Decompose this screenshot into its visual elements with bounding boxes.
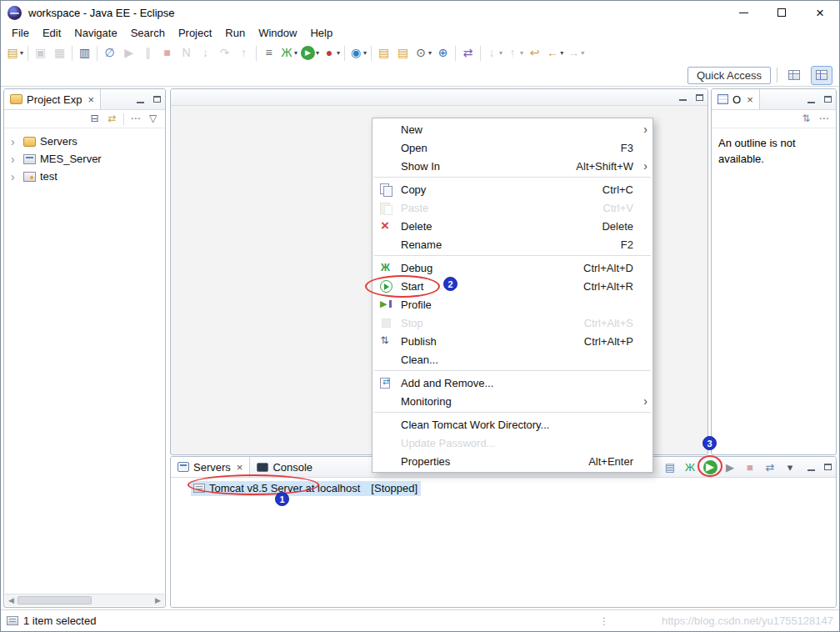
open-folder[interactable]: ▤ ▾: [374, 43, 393, 63]
debug[interactable]: Ж ▾: [278, 43, 299, 63]
stop-server-icon: ■: [744, 461, 756, 474]
menu-item-copy[interactable]: Copy Ctrl+C ›: [372, 180, 652, 198]
menu-item-add-remove[interactable]: Add and Remove... ›: [372, 374, 652, 392]
open-perspective-button[interactable]: [783, 66, 805, 85]
separator: ▾: [123, 113, 124, 125]
web-browser[interactable]: ⊕ ▾: [433, 43, 452, 63]
run[interactable]: ▶ ▾: [299, 43, 321, 63]
tree-item-mes-server[interactable]: › MES_Server: [4, 150, 165, 168]
menu-item-properties[interactable]: Properties Alt+Enter ›: [372, 452, 652, 470]
scrollbar-thumb[interactable]: [18, 596, 92, 604]
help[interactable]: Help: [303, 26, 339, 40]
server-row-tomcat[interactable]: Tomcat v8.5 Server at localhost [Stopped…: [191, 481, 421, 496]
close-window-button[interactable]: ×: [801, 1, 839, 24]
menu-item-rename[interactable]: Rename F2 ›: [372, 235, 652, 253]
file[interactable]: File: [5, 26, 36, 40]
tree-item-test[interactable]: › test: [4, 168, 165, 185]
javaee-perspective-button[interactable]: [811, 66, 832, 85]
open-console[interactable]: ▥ ▾: [75, 43, 94, 63]
breakpoints-view-icon: ≡: [262, 46, 276, 60]
start-server[interactable]: ▶ ▾: [701, 459, 719, 475]
link-with-editor[interactable]: ⇄ ▾: [104, 111, 120, 127]
collapse-all[interactable]: ⊟ ▾: [87, 111, 102, 127]
explorer-view-menu[interactable]: ▽ ▾: [145, 111, 161, 127]
maximize-window-button[interactable]: [762, 1, 801, 24]
publish-server[interactable]: ⇄ ▾: [761, 459, 779, 475]
expand-arrow-icon[interactable]: ›: [11, 136, 19, 148]
scroll-left-icon[interactable]: ◀: [5, 594, 18, 607]
dropdown-arrow-icon: ▾: [294, 49, 298, 57]
back[interactable]: ← ▾: [544, 43, 565, 63]
tab-outline[interactable]: O ×: [712, 89, 760, 109]
maximize-view-button[interactable]: [819, 457, 836, 477]
run[interactable]: Run: [218, 26, 252, 40]
scrollbar-track[interactable]: [18, 594, 152, 606]
outline-view-menu-icon: ⋯: [818, 113, 830, 125]
edit[interactable]: Edit: [36, 26, 68, 40]
delete-icon: [379, 219, 392, 233]
project-test-icon: [23, 172, 36, 182]
quick-access[interactable]: Quick Access: [688, 67, 771, 84]
save-icon: ▣: [34, 46, 48, 60]
minimize-view-button[interactable]: [674, 93, 691, 101]
servers-view-menu[interactable]: ▾ ▾: [781, 459, 799, 475]
step-over-icon: ↷: [218, 46, 232, 60]
window[interactable]: Window: [252, 26, 303, 40]
coverage[interactable]: ◉ ▾: [348, 43, 368, 63]
navigate[interactable]: Navigate: [68, 26, 123, 40]
tab-console[interactable]: Console: [250, 457, 319, 477]
menu-item-show-in[interactable]: Show In Alt+Shift+W ›: [372, 157, 652, 175]
close-icon: ×: [816, 6, 824, 20]
web-browser-icon: ⊕: [437, 46, 450, 60]
outline-view-menu[interactable]: ⋯ ▾: [816, 111, 832, 127]
tab-servers[interactable]: Servers ×: [171, 457, 250, 477]
new-wizard[interactable]: ▤ ▾: [4, 43, 25, 63]
maximize-view-button[interactable]: [691, 94, 708, 101]
profile-server[interactable]: ▶ ▾: [721, 459, 739, 475]
minimize-window-button[interactable]: [724, 1, 762, 24]
menu-item-monitoring[interactable]: Monitoring ›: [372, 392, 652, 410]
search[interactable]: Search: [124, 26, 172, 40]
close-tab-icon[interactable]: ×: [747, 93, 753, 106]
deploy[interactable]: ⇄ ▾: [458, 43, 478, 63]
tree-item-servers[interactable]: › Servers: [4, 133, 165, 150]
menu-item-clean-work-dir[interactable]: Clean Tomcat Work Directory... ›: [372, 415, 652, 434]
menu-item-debug[interactable]: Debug Ctrl+Alt+D ›: [372, 258, 652, 277]
publish-server-icon: ⇄: [764, 461, 776, 474]
menu-item-open[interactable]: Open F3 ›: [372, 138, 652, 157]
coverage-icon: ◉: [349, 46, 362, 60]
resume-icon: ▶: [122, 46, 136, 60]
minimize-view-button[interactable]: [802, 457, 819, 477]
debug-server[interactable]: Ж ▾: [681, 459, 699, 475]
expand-arrow-icon[interactable]: ›: [11, 171, 19, 183]
server-overview[interactable]: ▤ ▾: [661, 459, 679, 475]
menu-item-profile[interactable]: Profile ›: [372, 295, 652, 313]
search[interactable]: ⊙ ▾: [412, 43, 433, 63]
horizontal-scrollbar[interactable]: ◀ ▶: [5, 594, 164, 606]
close-tab-icon[interactable]: ×: [237, 461, 243, 474]
menu-item-delete[interactable]: Delete Delete ›: [372, 217, 652, 235]
menu-item-start[interactable]: Start Ctrl+Alt+R ›: [372, 277, 652, 295]
tab-project-explorer[interactable]: Project Exp ×: [4, 89, 101, 109]
import-folder[interactable]: ▤ ▾: [393, 43, 412, 63]
project[interactable]: Project: [172, 26, 218, 40]
close-tab-icon[interactable]: ×: [88, 93, 94, 106]
breakpoints-view[interactable]: ≡ ▾: [259, 43, 278, 63]
minimize-view-button[interactable]: [132, 89, 148, 109]
maximize-view-icon: [824, 464, 832, 470]
outline-sort[interactable]: ⇅ ▾: [798, 111, 814, 127]
window-controls: ×: [724, 1, 839, 24]
maximize-view-button[interactable]: [148, 89, 165, 109]
scroll-right-icon[interactable]: ▶: [152, 594, 164, 607]
title-bar: workspace - Java EE - Eclipse ×: [1, 1, 839, 24]
skip-breakpoints[interactable]: ∅ ▾: [100, 43, 119, 63]
last-edit-location[interactable]: ↩ ▾: [525, 43, 544, 63]
minimize-view-button[interactable]: [802, 89, 819, 109]
menu-item-new[interactable]: New ›: [372, 120, 652, 138]
maximize-view-button[interactable]: [819, 89, 836, 109]
expand-arrow-icon[interactable]: ›: [11, 153, 19, 165]
profile[interactable]: ● ▾: [321, 43, 342, 63]
menu-item-clean[interactable]: Clean... ›: [372, 350, 652, 369]
menu-item-publish[interactable]: Publish Ctrl+Alt+P ›: [372, 332, 652, 350]
explorer-menu-dots[interactable]: ⋯ ▾: [128, 111, 143, 127]
